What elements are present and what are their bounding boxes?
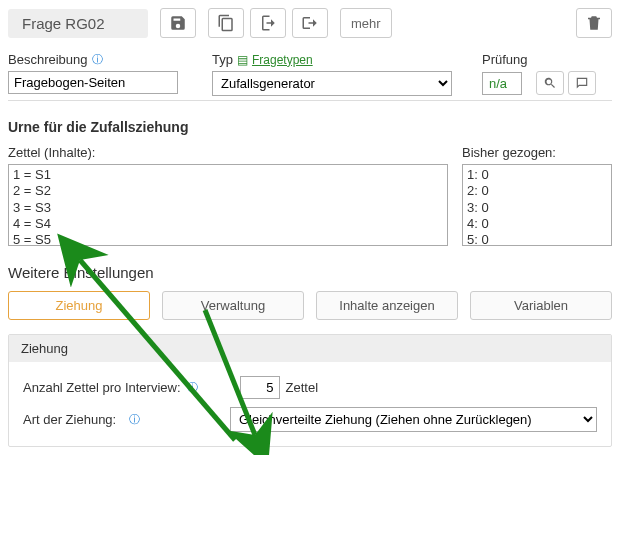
urne-title: Urne für die Zufallsziehung [8,119,612,135]
zettel-list[interactable]: 1 = S12 = S23 = S34 = S45 = S5 [8,164,448,246]
zettel-label: Zettel (Inhalte): [8,145,448,160]
preview-button[interactable] [536,71,564,95]
copy-button[interactable] [208,8,244,38]
tab-verwaltung[interactable]: Verwaltung [162,291,304,320]
pruefung-value: n/a [482,72,522,95]
ziehung-panel: Ziehung Anzahl Zettel pro Interview: ⓘ Z… [8,334,612,447]
speech-bubble-icon [575,76,589,90]
list-item[interactable]: 5 = S5 [13,232,443,246]
delete-button[interactable] [576,8,612,38]
list-item[interactable]: 1 = S1 [13,167,443,183]
copy-icon [217,14,235,32]
typ-label: Typ [212,52,233,67]
list-item[interactable]: 1: 0 [467,167,607,183]
list-item[interactable]: 3: 0 [467,200,607,216]
beschreibung-input[interactable] [8,71,178,94]
magnifier-icon [543,76,557,90]
panel-title: Ziehung [9,335,611,362]
save-icon [169,14,187,32]
list-item[interactable]: 4: 0 [467,216,607,232]
save-button[interactable] [160,8,196,38]
typ-select[interactable]: Zufallsgenerator [212,71,452,96]
import-icon [259,14,277,32]
page-title: Frage RG02 [8,9,148,38]
tab-ziehung[interactable]: Ziehung [8,291,150,320]
tab-inhalte[interactable]: Inhalte anzeigen [316,291,458,320]
gezogen-label: Bisher gezogen: [462,145,612,160]
list-item[interactable]: 3 = S3 [13,200,443,216]
fragetypen-link[interactable]: Fragetypen [252,53,313,67]
info-icon[interactable]: ⓘ [187,380,198,395]
anzahl-label: Anzahl Zettel pro Interview: [23,380,181,395]
anzahl-suffix: Zettel [286,380,319,395]
list-item[interactable]: 4 = S4 [13,216,443,232]
trash-icon [585,14,603,32]
export-button[interactable] [292,8,328,38]
comment-button[interactable] [568,71,596,95]
gezogen-list[interactable]: 1: 02: 03: 04: 05: 0 [462,164,612,246]
book-icon: ▤ [237,53,248,67]
import-button[interactable] [250,8,286,38]
settings-title: Weitere Einstellungen [8,264,612,281]
beschreibung-label: Beschreibung [8,52,88,67]
tab-variablen[interactable]: Variablen [470,291,612,320]
info-icon[interactable]: ⓘ [129,412,140,427]
more-button[interactable]: mehr [340,8,392,38]
anzahl-input[interactable] [240,376,280,399]
list-item[interactable]: 2: 0 [467,183,607,199]
pruefung-label: Prüfung [482,52,528,67]
list-item[interactable]: 2 = S2 [13,183,443,199]
art-select[interactable]: Gleichverteilte Ziehung (Ziehen ohne Zur… [230,407,597,432]
list-item[interactable]: 5: 0 [467,232,607,246]
art-label: Art der Ziehung: [23,412,123,427]
export-icon [301,14,319,32]
info-icon[interactable]: ⓘ [92,52,103,67]
